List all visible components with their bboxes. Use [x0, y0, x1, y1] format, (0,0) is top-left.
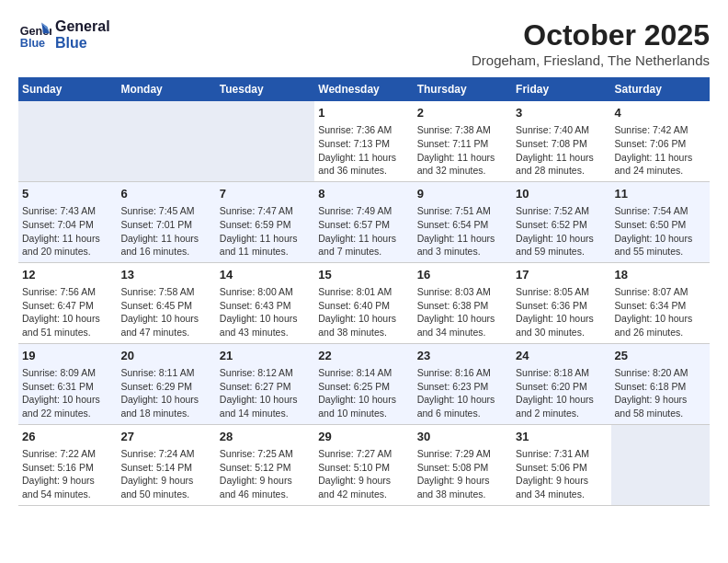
- day-number: 5: [22, 186, 113, 202]
- table-row: 12Sunrise: 7:56 AMSunset: 6:47 PMDayligh…: [18, 262, 117, 343]
- table-row: 21Sunrise: 8:12 AMSunset: 6:27 PMDayligh…: [216, 343, 314, 424]
- table-row: 24Sunrise: 8:18 AMSunset: 6:20 PMDayligh…: [512, 343, 610, 424]
- table-row: 5Sunrise: 7:43 AMSunset: 7:04 PMDaylight…: [18, 181, 117, 262]
- day-number: 8: [318, 186, 409, 202]
- day-number: 19: [22, 348, 113, 364]
- calendar-week-row: 19Sunrise: 8:09 AMSunset: 6:31 PMDayligh…: [18, 343, 710, 424]
- day-number: 31: [516, 429, 607, 445]
- day-info: Sunrise: 8:12 AMSunset: 6:27 PMDaylight:…: [220, 366, 311, 420]
- day-info: Sunrise: 7:54 AMSunset: 6:50 PMDaylight:…: [615, 204, 706, 259]
- day-info: Sunrise: 8:20 AMSunset: 6:18 PMDaylight:…: [615, 366, 706, 420]
- day-number: 4: [615, 105, 706, 121]
- title-block: October 2025 Drogeham, Friesland, The Ne…: [472, 18, 710, 68]
- table-row: 30Sunrise: 7:29 AMSunset: 5:08 PMDayligh…: [414, 424, 512, 505]
- table-row: 6Sunrise: 7:45 AMSunset: 7:01 PMDaylight…: [117, 181, 215, 262]
- day-number: 23: [417, 348, 508, 364]
- day-info: Sunrise: 8:03 AMSunset: 6:38 PMDaylight:…: [417, 285, 508, 339]
- day-info: Sunrise: 7:22 AMSunset: 5:16 PMDaylight:…: [22, 447, 113, 501]
- table-row: 14Sunrise: 8:00 AMSunset: 6:43 PMDayligh…: [216, 262, 314, 343]
- day-info: Sunrise: 7:45 AMSunset: 7:01 PMDaylight:…: [120, 204, 211, 259]
- table-row: 22Sunrise: 8:14 AMSunset: 6:25 PMDayligh…: [314, 343, 413, 424]
- table-row: 10Sunrise: 7:52 AMSunset: 6:52 PMDayligh…: [512, 181, 610, 262]
- day-info: Sunrise: 7:38 AMSunset: 7:11 PMDaylight:…: [417, 123, 508, 178]
- table-row: 26Sunrise: 7:22 AMSunset: 5:16 PMDayligh…: [18, 424, 117, 505]
- day-info: Sunrise: 7:40 AMSunset: 7:08 PMDaylight:…: [516, 123, 607, 178]
- day-info: Sunrise: 7:42 AMSunset: 7:06 PMDaylight:…: [615, 123, 706, 178]
- day-number: 21: [220, 348, 311, 364]
- location: Drogeham, Friesland, The Netherlands: [472, 52, 710, 68]
- col-tuesday: Tuesday: [216, 77, 314, 101]
- day-number: 12: [22, 267, 113, 283]
- day-info: Sunrise: 8:05 AMSunset: 6:36 PMDaylight:…: [516, 285, 607, 339]
- day-info: Sunrise: 7:43 AMSunset: 7:04 PMDaylight:…: [22, 204, 113, 259]
- day-info: Sunrise: 7:56 AMSunset: 6:47 PMDaylight:…: [22, 285, 113, 339]
- table-row: [117, 101, 215, 181]
- day-number: 14: [220, 267, 311, 283]
- day-info: Sunrise: 8:14 AMSunset: 6:25 PMDaylight:…: [318, 366, 409, 420]
- day-number: 20: [120, 348, 211, 364]
- calendar-table: Sunday Monday Tuesday Wednesday Thursday…: [18, 77, 710, 506]
- table-row: 18Sunrise: 8:07 AMSunset: 6:34 PMDayligh…: [611, 262, 710, 343]
- table-row: 3Sunrise: 7:40 AMSunset: 7:08 PMDaylight…: [512, 101, 610, 181]
- day-number: 25: [615, 348, 706, 364]
- day-info: Sunrise: 7:58 AMSunset: 6:45 PMDaylight:…: [120, 285, 211, 339]
- table-row: 8Sunrise: 7:49 AMSunset: 6:57 PMDaylight…: [314, 181, 413, 262]
- table-row: 1Sunrise: 7:36 AMSunset: 7:13 PMDaylight…: [314, 101, 413, 181]
- day-info: Sunrise: 8:18 AMSunset: 6:20 PMDaylight:…: [516, 366, 607, 420]
- table-row: 15Sunrise: 8:01 AMSunset: 6:40 PMDayligh…: [314, 262, 413, 343]
- day-info: Sunrise: 8:01 AMSunset: 6:40 PMDaylight:…: [318, 285, 409, 339]
- day-info: Sunrise: 7:47 AMSunset: 6:59 PMDaylight:…: [220, 204, 311, 259]
- day-number: 30: [417, 429, 508, 445]
- col-wednesday: Wednesday: [314, 77, 413, 101]
- table-row: 20Sunrise: 8:11 AMSunset: 6:29 PMDayligh…: [117, 343, 215, 424]
- day-info: Sunrise: 8:16 AMSunset: 6:23 PMDaylight:…: [417, 366, 508, 420]
- day-info: Sunrise: 7:52 AMSunset: 6:52 PMDaylight:…: [516, 204, 607, 259]
- table-row: 23Sunrise: 8:16 AMSunset: 6:23 PMDayligh…: [414, 343, 512, 424]
- col-monday: Monday: [117, 77, 215, 101]
- day-info: Sunrise: 7:24 AMSunset: 5:14 PMDaylight:…: [120, 447, 211, 501]
- table-row: 28Sunrise: 7:25 AMSunset: 5:12 PMDayligh…: [216, 424, 314, 505]
- day-info: Sunrise: 7:25 AMSunset: 5:12 PMDaylight:…: [220, 447, 311, 501]
- page-header: General Blue General Blue October 2025 D…: [18, 18, 710, 68]
- day-number: 13: [120, 267, 211, 283]
- table-row: 4Sunrise: 7:42 AMSunset: 7:06 PMDaylight…: [611, 101, 710, 181]
- day-number: 29: [318, 429, 409, 445]
- table-row: [18, 101, 117, 181]
- calendar-header-row: Sunday Monday Tuesday Wednesday Thursday…: [18, 77, 710, 101]
- day-info: Sunrise: 7:29 AMSunset: 5:08 PMDaylight:…: [417, 447, 508, 501]
- day-info: Sunrise: 7:36 AMSunset: 7:13 PMDaylight:…: [318, 123, 409, 178]
- logo-blue: Blue: [55, 35, 110, 52]
- day-info: Sunrise: 8:11 AMSunset: 6:29 PMDaylight:…: [120, 366, 211, 420]
- col-friday: Friday: [512, 77, 610, 101]
- table-row: [611, 424, 710, 505]
- day-number: 16: [417, 267, 508, 283]
- table-row: 9Sunrise: 7:51 AMSunset: 6:54 PMDaylight…: [414, 181, 512, 262]
- month-title: October 2025: [472, 18, 710, 52]
- day-number: 28: [220, 429, 311, 445]
- day-number: 3: [516, 105, 607, 121]
- col-sunday: Sunday: [18, 77, 117, 101]
- table-row: [216, 101, 314, 181]
- logo-general: General: [55, 18, 110, 35]
- day-info: Sunrise: 7:51 AMSunset: 6:54 PMDaylight:…: [417, 204, 508, 259]
- calendar-week-row: 26Sunrise: 7:22 AMSunset: 5:16 PMDayligh…: [18, 424, 710, 505]
- day-info: Sunrise: 7:31 AMSunset: 5:06 PMDaylight:…: [516, 447, 607, 501]
- day-info: Sunrise: 8:07 AMSunset: 6:34 PMDaylight:…: [615, 285, 706, 339]
- table-row: 11Sunrise: 7:54 AMSunset: 6:50 PMDayligh…: [611, 181, 710, 262]
- day-number: 7: [220, 186, 311, 202]
- table-row: 25Sunrise: 8:20 AMSunset: 6:18 PMDayligh…: [611, 343, 710, 424]
- table-row: 13Sunrise: 7:58 AMSunset: 6:45 PMDayligh…: [117, 262, 215, 343]
- table-row: 29Sunrise: 7:27 AMSunset: 5:10 PMDayligh…: [314, 424, 413, 505]
- day-info: Sunrise: 7:49 AMSunset: 6:57 PMDaylight:…: [318, 204, 409, 259]
- day-number: 26: [22, 429, 113, 445]
- col-saturday: Saturday: [611, 77, 710, 101]
- day-number: 27: [120, 429, 211, 445]
- day-number: 9: [417, 186, 508, 202]
- table-row: 2Sunrise: 7:38 AMSunset: 7:11 PMDaylight…: [414, 101, 512, 181]
- day-number: 24: [516, 348, 607, 364]
- calendar-week-row: 12Sunrise: 7:56 AMSunset: 6:47 PMDayligh…: [18, 262, 710, 343]
- day-info: Sunrise: 7:27 AMSunset: 5:10 PMDaylight:…: [318, 447, 409, 501]
- table-row: 16Sunrise: 8:03 AMSunset: 6:38 PMDayligh…: [414, 262, 512, 343]
- svg-text:Blue: Blue: [20, 37, 45, 50]
- col-thursday: Thursday: [414, 77, 512, 101]
